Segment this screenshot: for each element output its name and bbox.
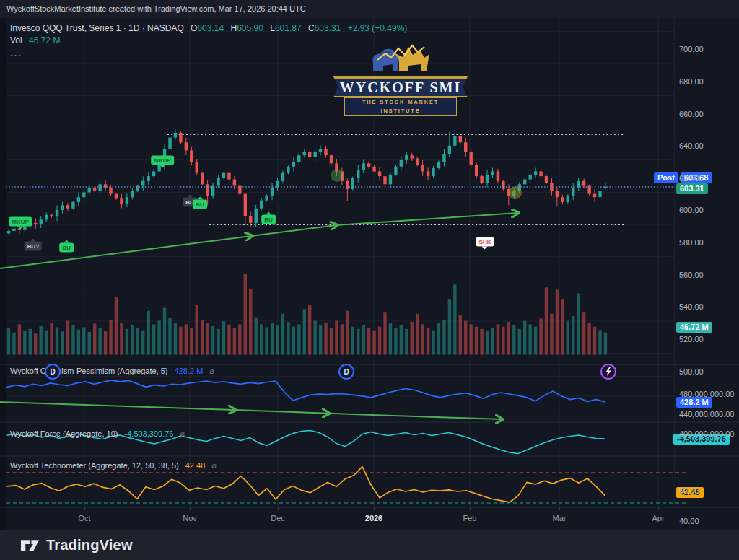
chart-area[interactable]: Invesco QQQ Trust, Series 1 · 1D · NASDA… <box>0 18 739 530</box>
lightning-icon <box>605 367 612 376</box>
tech-title: Wyckoff Technometer (Aggregate, 12, 50, … <box>10 461 179 470</box>
force-value: -4,503,399.76 <box>125 429 174 438</box>
force-zero-icon: ⌀ <box>180 429 185 438</box>
last-price-badge: 603.31 <box>676 183 708 194</box>
chart-label-bu[interactable]: BU <box>261 215 276 224</box>
pane-title-technometer[interactable]: Wyckoff Technometer (Aggregate, 12, 50, … <box>10 461 217 471</box>
symbol-title[interactable]: Invesco QQQ Trust, Series 1 · 1D · NASDA… <box>10 23 184 33</box>
time-axis-label[interactable]: Nov <box>183 514 197 522</box>
price-axis-label: 680.00 <box>679 77 704 86</box>
bull-bear-icon <box>357 40 444 74</box>
time-axis-label[interactable]: Oct <box>78 514 90 522</box>
high-value: 605.90 <box>237 23 263 33</box>
close-label: C <box>308 23 315 33</box>
op-axis-label: 440,000,000.00 <box>679 410 734 419</box>
time-axis-tick <box>374 507 375 510</box>
price-axis-label: 640.00 <box>679 141 704 150</box>
op-axis-label: 480,000,000.00 <box>679 390 734 398</box>
volume-badge: 46.72 M <box>676 322 712 333</box>
time-axis-label[interactable]: Apr <box>652 514 664 522</box>
chart-label-bu[interactable]: BU <box>193 200 207 209</box>
lightning-event-marker[interactable] <box>600 364 616 380</box>
wyckoff-smi-logo: WYCKOFF SMI THE STOCK MARKET INSTITUTE <box>333 40 468 116</box>
tech-zero-icon: ⌀ <box>211 461 217 470</box>
attribution-text: WyckoffStockMarketInstitute created with… <box>6 4 306 13</box>
time-axis-tick <box>84 507 85 510</box>
price-axis-label: 700.00 <box>679 45 704 53</box>
time-axis-tick <box>658 507 659 510</box>
chart-label-shk[interactable]: SHK <box>476 237 494 247</box>
op-zero-icon: ⌀ <box>209 367 214 375</box>
low-label: L <box>270 23 275 33</box>
pane-title-force[interactable]: Wyckoff Force (Aggregate, 10) -4,503,399… <box>10 429 185 439</box>
vol-value: 46.72 M <box>29 35 60 45</box>
chart-label-bu[interactable]: BU <box>59 243 74 253</box>
logo-subbanner: THE STOCK MARKET INSTITUTE <box>344 97 457 116</box>
open-value: 603.14 <box>197 23 224 33</box>
price-axis-label: 500.00 <box>679 367 704 376</box>
change-value: +2.93 (+0.49%) <box>348 23 408 33</box>
attribution-bar: WyckoffStockMarketInstitute created with… <box>0 0 739 18</box>
chart-label-mkup[interactable]: MKUP <box>9 217 32 227</box>
time-axis-label[interactable]: Dec <box>271 514 285 522</box>
op-axis-label: 400,000,000.00 <box>679 429 734 438</box>
logo-title: WYCKOFF SMI <box>340 79 461 95</box>
d-event-marker[interactable]: D <box>338 364 354 380</box>
tradingview-wordmark[interactable]: TradingView <box>46 537 133 554</box>
low-value: 601.87 <box>275 23 302 33</box>
chart-label-mkup[interactable]: MKUP <box>151 156 174 165</box>
time-axis-label[interactable]: Mar <box>553 514 567 522</box>
tradingview-icon[interactable] <box>20 537 40 554</box>
price-axis-label: 520.00 <box>679 335 704 344</box>
high-label: H <box>230 23 237 33</box>
post-label: Post <box>654 172 678 183</box>
op-value: 428.2 M <box>175 367 204 375</box>
vol-label: Vol <box>10 35 22 45</box>
time-axis-tick <box>559 507 560 510</box>
d-event-marker[interactable]: D <box>45 364 61 380</box>
close-value: 603.31 <box>315 23 341 33</box>
tech-level-label: 50.00 <box>679 486 699 495</box>
price-axis-label: 580.00 <box>679 238 704 247</box>
time-axis-tick <box>470 507 471 510</box>
price-axis-label: 620.00 <box>679 174 704 183</box>
tech-level-label: 40.00 <box>679 517 699 525</box>
price-axis-label: 560.00 <box>679 271 704 279</box>
price-axis-label: 600.00 <box>679 206 704 214</box>
tradingview-snapshot: WyckoffStockMarketInstitute created with… <box>0 0 739 560</box>
time-axis-label[interactable]: Feb <box>463 514 477 522</box>
op-title: Wyckoff Optimism-Pessimism (Aggregate, 5… <box>10 367 168 375</box>
price-axis-label: 660.00 <box>679 110 704 118</box>
time-axis-tick <box>190 507 191 510</box>
legend-row-symbol: Invesco QQQ Trust, Series 1 · 1D · NASDA… <box>10 22 407 35</box>
logo-banner: WYCKOFF SMI <box>333 76 468 97</box>
time-axis-label[interactable]: 2026 <box>365 514 382 522</box>
tech-value: 42.48 <box>185 461 206 470</box>
chart-label-bu[interactable]: BU? <box>25 242 42 251</box>
price-axis-label: 540.00 <box>679 302 704 311</box>
force-title: Wyckoff Force (Aggregate, 10) <box>10 429 118 438</box>
footer-bar: TradingView <box>0 530 739 560</box>
pane-title-optimism-pessimism[interactable]: Wyckoff Optimism-Pessimism (Aggregate, 5… <box>10 367 214 376</box>
more-dots-icon: ... <box>10 48 22 58</box>
logo-subtitle: THE STOCK MARKET INSTITUTE <box>362 99 439 114</box>
time-axis-tick <box>278 507 279 510</box>
